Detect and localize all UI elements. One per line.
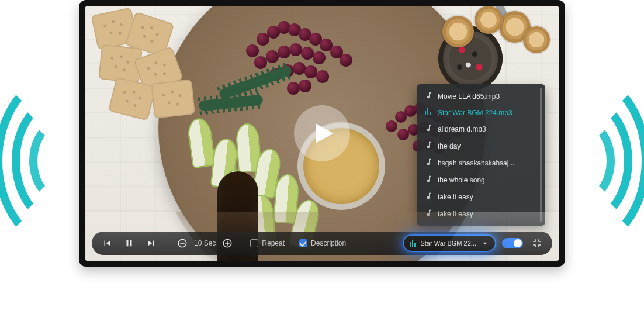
music-note-icon (425, 158, 433, 168)
playlist-item[interactable]: Star War BGM 224.mp3 (417, 105, 545, 120)
playlist-item-label: alldream d.mp3 (438, 125, 486, 133)
play-button[interactable] (294, 105, 350, 161)
playlist-item-label: Movie LLA d65.mp3 (438, 92, 500, 101)
playlist-item[interactable]: the whole song (417, 171, 545, 188)
music-note-icon (425, 124, 433, 134)
music-note-icon (425, 192, 433, 202)
playlist-item[interactable]: hsgah shaskahskahsaj... (417, 154, 545, 171)
playlist-item[interactable]: Movie LLA d65.mp3 (417, 88, 545, 105)
playlist-popup: Movie LLA d65.mp3Star War BGM 224.mp3all… (417, 84, 545, 226)
playlist-item-label: the whole song (438, 176, 485, 184)
music-note-icon (425, 175, 433, 185)
playlist-item-label: hsgah shaskahskahsaj... (438, 159, 514, 167)
equalizer-icon (425, 108, 433, 117)
sound-wave-left (0, 73, 88, 248)
playlist-item[interactable]: take it easy (417, 188, 545, 205)
playlist-item-label: take it easy (438, 193, 473, 201)
playlist-item-label: the day (438, 142, 461, 150)
playlist-item[interactable]: alldream d.mp3 (417, 120, 545, 137)
device-reflection: 10 Sec Repeat Description Star War BGM 2… (79, 212, 565, 267)
playlist-item[interactable]: the day (417, 137, 545, 154)
playlist-item-label: Star War BGM 224.mp3 (438, 109, 513, 117)
music-note-icon (425, 141, 433, 151)
play-icon (312, 119, 335, 147)
music-note-icon (425, 91, 433, 101)
sound-wave-right (556, 73, 644, 248)
